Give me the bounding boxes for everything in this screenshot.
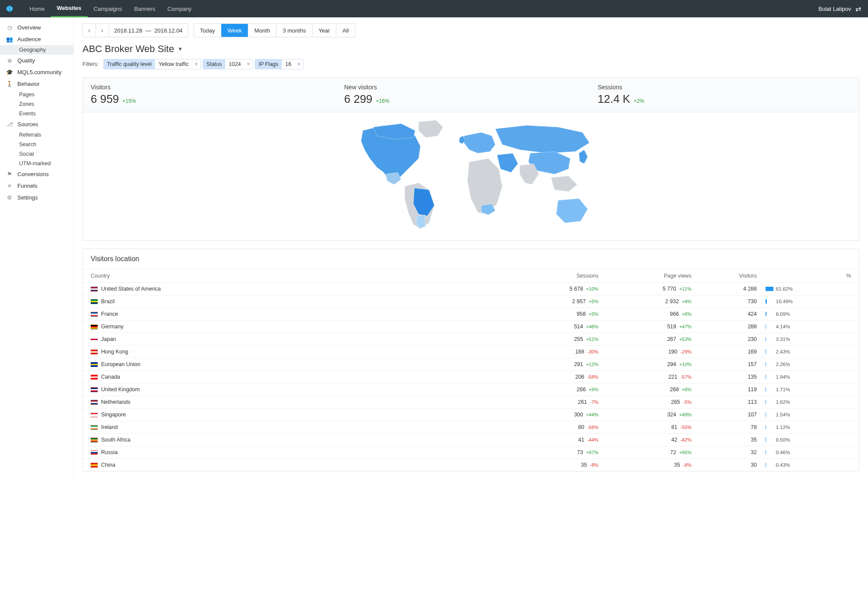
site-dropdown-icon[interactable]: ▼	[178, 46, 183, 52]
sidebar-item-conversions[interactable]: ⚑Conversions	[0, 168, 73, 180]
column-header[interactable]: Country	[83, 269, 510, 283]
date-range-display[interactable]: 2018.11.28 — 2018.12.04	[109, 24, 188, 37]
date-next-button[interactable]: ›	[96, 24, 109, 37]
table-row[interactable]: Russia73 +97%72 +95%320.46%	[83, 446, 859, 459]
pct-value: 2.43%	[776, 349, 790, 354]
filter-chip-remove[interactable]: ×	[295, 61, 303, 67]
visitors-location-panel: Visitors location CountrySessionsPage vi…	[82, 249, 859, 471]
table-row[interactable]: France958 +5%966 +6%4246.09%	[83, 308, 859, 321]
pageviews-value: 2 932	[665, 298, 679, 304]
sidebar-item-audience[interactable]: 👥Audience	[0, 33, 73, 45]
page-title[interactable]: ABC Broker Web Site	[82, 43, 174, 55]
stat-label: New visitors	[344, 84, 598, 91]
filter-chip-remove[interactable]: ×	[192, 61, 201, 67]
pct-bar	[766, 400, 773, 404]
pageviews-delta: +47%	[679, 324, 691, 329]
table-row[interactable]: Germany514 +46%519 +47%2884.14%	[83, 321, 859, 333]
sidebar-subitem-pages[interactable]: Pages	[0, 90, 73, 99]
visitors-value: 169	[748, 349, 757, 355]
table-row[interactable]: United Kingdom266 +8%268 +6%1191.71%	[83, 383, 859, 396]
topbar: HomeWebsitesCampaignsBannersCompany Bula…	[0, 0, 868, 17]
table-row[interactable]: Brazil2 957 +5%2 932 +4%73010.49%	[83, 295, 859, 308]
sessions-value: 41	[578, 437, 584, 443]
sources-icon: ⎇	[6, 121, 13, 128]
date-range-picker: ‹ › 2018.11.28 — 2018.12.04	[82, 23, 188, 37]
sidebar-item-settings[interactable]: ⚙Settings	[0, 192, 73, 203]
flag-icon	[91, 350, 98, 354]
sidebar-item-mql5-community[interactable]: 🎓MQL5.community	[0, 66, 73, 78]
sidebar-item-behavior[interactable]: 🚶Behavior	[0, 78, 73, 90]
nav-websites[interactable]: Websites	[51, 0, 88, 17]
sidebar-subitem-zones[interactable]: Zones	[0, 99, 73, 109]
logo-icon	[4, 3, 15, 14]
pageviews-value: 267	[667, 336, 676, 342]
column-header[interactable]: Visitors	[696, 269, 761, 283]
table-row[interactable]: Ireland80 -56%81 -55%781.12%	[83, 421, 859, 434]
sidebar-item-sources[interactable]: ⎇Sources	[0, 118, 73, 130]
sidebar-item-label: Conversions	[17, 171, 49, 177]
sessions-value: 188	[575, 349, 584, 355]
date-prev-button[interactable]: ‹	[83, 24, 96, 37]
sidebar-subitem-geography[interactable]: Geography	[0, 45, 73, 55]
table-row[interactable]: Netherlands261 -7%265 -5%1131.62%	[83, 396, 859, 409]
table-row[interactable]: United States of America5 678 +10%5 770 …	[83, 283, 859, 295]
sidebar-subitem-search[interactable]: Search	[0, 140, 73, 149]
period-month[interactable]: Month	[248, 24, 276, 37]
pageviews-value: 190	[668, 349, 677, 355]
period-3-months[interactable]: 3 months	[276, 24, 312, 37]
table-row[interactable]: Hong Kong188 -30%190 -29%1692.43%	[83, 346, 859, 358]
table-row[interactable]: China35 -8%35 -8%300.43%	[83, 459, 859, 471]
pageviews-value: 35	[674, 462, 680, 468]
world-map-panel	[82, 112, 859, 241]
filter-chip: IP Flags16×	[255, 59, 304, 69]
visitors-value: 32	[751, 449, 757, 455]
sidebar-subitem-events[interactable]: Events	[0, 109, 73, 118]
world-map[interactable]	[330, 117, 612, 232]
filter-chip-key: Status	[203, 59, 225, 69]
nav-campaigns[interactable]: Campaigns	[88, 0, 128, 17]
period-today[interactable]: Today	[194, 24, 222, 37]
sidebar-item-overview[interactable]: ◷Overview	[0, 22, 73, 33]
pageviews-delta: +53%	[679, 337, 691, 342]
table-row[interactable]: European Union291 +12%294 +10%1572.26%	[83, 358, 859, 371]
column-header[interactable]: Page views	[603, 269, 696, 283]
pct-bar	[766, 438, 773, 442]
column-header[interactable]: %	[761, 269, 859, 283]
visitors-value: 4 288	[743, 286, 756, 292]
column-header[interactable]: Sessions	[510, 269, 603, 283]
nav-home[interactable]: Home	[23, 0, 51, 17]
sidebar-subitem-social[interactable]: Social	[0, 149, 73, 159]
map-japan	[579, 150, 588, 164]
table-row[interactable]: Singapore300 +44%324 +49%1071.54%	[83, 409, 859, 421]
user-menu[interactable]: Bulat Latipov ⇄	[819, 5, 864, 13]
period-selector: TodayWeekMonth3 monthsYearAll	[194, 23, 355, 37]
sessions-delta: -58%	[587, 374, 598, 380]
period-all[interactable]: All	[336, 24, 355, 37]
pageviews-value: 324	[667, 412, 676, 418]
pct-value: 3.31%	[776, 337, 790, 342]
table-row[interactable]: Canada206 -58%221 -57%1351.94%	[83, 371, 859, 383]
sidebar-subitem-referrals[interactable]: Referrals	[0, 130, 73, 140]
table-row[interactable]: South Africa41 -44%42 -42%350.50%	[83, 434, 859, 446]
filter-chip: Traffic quality levelYellow traffic×	[103, 59, 201, 69]
pct-bar	[766, 425, 773, 429]
sessions-delta: +44%	[586, 412, 598, 417]
nav-banners[interactable]: Banners	[128, 0, 161, 17]
sessions-value: 266	[577, 386, 586, 393]
period-year[interactable]: Year	[312, 24, 336, 37]
sidebar-item-quality[interactable]: ⊕Quality	[0, 55, 73, 66]
period-week[interactable]: Week	[221, 24, 248, 37]
table-row[interactable]: Japan255 +51%267 +53%2303.31%	[83, 333, 859, 346]
sidebar-item-label: Funnels	[17, 183, 37, 189]
flag-icon	[91, 463, 98, 468]
sessions-value: 291	[574, 361, 583, 367]
pct-bar	[766, 412, 773, 417]
pageviews-delta: +11%	[679, 286, 691, 291]
visitors-value: 30	[751, 462, 757, 468]
sessions-value: 35	[581, 462, 587, 468]
top-nav: HomeWebsitesCampaignsBannersCompany	[23, 0, 197, 17]
nav-company[interactable]: Company	[161, 0, 198, 17]
filter-chip-remove[interactable]: ×	[244, 61, 253, 67]
sidebar-item-funnels[interactable]: ≡Funnels	[0, 180, 73, 192]
sidebar-subitem-utm-marked[interactable]: UTM-marked	[0, 159, 73, 168]
